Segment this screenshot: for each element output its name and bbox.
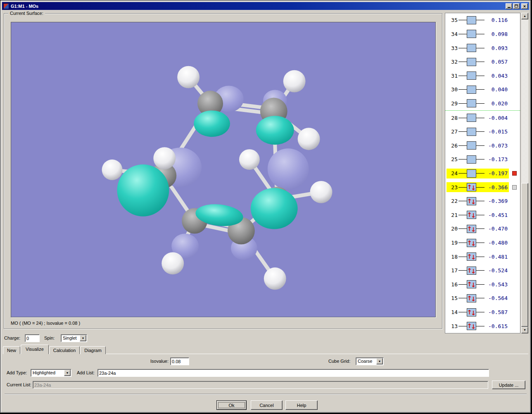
mo-row[interactable]: 14 ↑↓ -0.587 <box>445 305 520 319</box>
mo-row[interactable]: 22 ↑↓ -0.369 <box>445 194 520 208</box>
mo-orbital-box[interactable]: ↑↓ <box>467 211 476 219</box>
mo-orbital-box[interactable]: ↑↓ <box>467 71 476 80</box>
update-button[interactable]: Update ... <box>492 381 525 389</box>
mo-orbital-box[interactable]: ↑↓ <box>467 16 476 24</box>
minimize-button[interactable] <box>506 3 512 9</box>
maximize-button[interactable] <box>513 3 520 9</box>
current-list-field <box>33 381 488 389</box>
mo-orbital-box[interactable]: ↑↓ <box>467 128 476 136</box>
mo-orbital-box[interactable]: ↑↓ <box>467 266 476 275</box>
app-icon <box>3 3 9 9</box>
mo-energy-value: -0.369 <box>485 198 508 204</box>
mo-orbital-box[interactable]: ↑↓ <box>467 197 476 205</box>
mo-connector-line <box>476 257 484 257</box>
mo-connector-line <box>476 228 484 229</box>
mo-row[interactable]: 34 ↑↓ 0.098 <box>445 27 520 41</box>
tab-label: Calculation <box>53 348 76 353</box>
mo-number: 29 <box>448 100 458 107</box>
mo-orbital-box[interactable]: ↑↓ <box>467 252 476 261</box>
mo-orbital-box[interactable]: ↑↓ <box>467 99 476 107</box>
isovalue-input[interactable] <box>170 357 189 365</box>
mo-connector-line <box>458 326 467 326</box>
current-list-label: Current List: <box>7 381 31 389</box>
mo-orbital-box[interactable]: ↑↓ <box>467 155 476 164</box>
dropdown-arrow-icon[interactable]: ▼ <box>376 358 383 364</box>
close-button[interactable]: × <box>521 3 528 9</box>
scroll-down-button[interactable]: ▼ <box>521 327 528 333</box>
mo-row[interactable]: 13 ↑↓ -0.615 <box>445 319 520 333</box>
mo-row[interactable]: 25 ↑↓ -0.173 <box>445 152 520 167</box>
tab-visualize[interactable]: Visualize <box>21 345 49 354</box>
mo-row[interactable]: 29 ↑↓ 0.020 <box>445 97 520 111</box>
mo-list: 35 ↑↓ 0.116 34 ↑↓ 0.098 <box>445 13 520 333</box>
mo-connector-line <box>476 298 484 298</box>
cancel-button-label: Cancel <box>259 403 273 408</box>
mo-connector-line <box>458 76 467 76</box>
scroll-thumb[interactable] <box>521 183 528 327</box>
mo-orbital-box[interactable]: ↑↓ <box>467 169 476 178</box>
mo-orbital-box[interactable]: ↑↓ <box>467 86 476 94</box>
mo-orbital-box[interactable]: ↑↓ <box>467 114 476 122</box>
mo-connector-line <box>458 62 467 62</box>
mo-orbital-box[interactable]: ↑↓ <box>467 322 476 330</box>
mo-selection-marker <box>512 171 517 176</box>
tab-diagram[interactable]: Diagram <box>80 346 106 354</box>
mo-orbital-box[interactable]: ↑↓ <box>467 44 476 52</box>
mo-row[interactable]: 33 ↑↓ 0.093 <box>445 41 520 55</box>
dropdown-arrow-icon[interactable]: ▼ <box>64 370 71 376</box>
tab-new[interactable]: New <box>3 346 20 354</box>
ok-button[interactable]: Ok <box>216 400 247 410</box>
mo-energy-value: -0.015 <box>485 128 508 135</box>
mo-orbital-box[interactable]: ↑↓ <box>467 280 476 288</box>
mo-orbital-box[interactable]: ↑↓ <box>467 58 476 66</box>
mo-orbital-box[interactable]: ↑↓ <box>467 225 476 233</box>
mo-row[interactable]: 18 ↑↓ -0.481 <box>445 250 520 264</box>
titlebar[interactable]: G1:M1 - MOs × <box>2 2 529 10</box>
mo-orbital-box[interactable]: ↑↓ <box>467 30 476 38</box>
current-surface-label: Current Surface: <box>8 11 45 16</box>
mo-row[interactable]: 26 ↑↓ -0.073 <box>445 138 520 152</box>
add-type-select[interactable]: Highlighted ▼ <box>31 369 71 377</box>
mo-row[interactable]: 24 ↑↓ -0.197 <box>445 167 520 181</box>
charge-input[interactable] <box>25 334 40 342</box>
mo-orbital-box[interactable]: ↑↓ <box>467 294 476 302</box>
help-button[interactable]: Help <box>285 400 318 410</box>
cube-grid-select[interactable]: Coarse ▼ <box>356 357 384 365</box>
mo-orbital-box[interactable]: ↑↓ <box>467 239 476 247</box>
mo-row[interactable]: 27 ↑↓ -0.015 <box>445 125 520 139</box>
mo-row[interactable]: 21 ↑↓ -0.451 <box>445 208 520 222</box>
help-button-label: Help <box>297 403 306 408</box>
add-list-input[interactable] <box>97 369 489 377</box>
mo-connector-line <box>476 20 484 20</box>
mo-energy-value: -0.470 <box>485 226 508 232</box>
mo-row[interactable]: 32 ↑↓ 0.057 <box>445 55 520 69</box>
cancel-button[interactable]: Cancel <box>251 400 283 410</box>
mo-row[interactable]: 31 ↑↓ 0.043 <box>445 69 520 83</box>
mo-row[interactable]: 16 ↑↓ -0.543 <box>445 278 520 292</box>
mo-orbital-box[interactable]: ↑↓ <box>467 183 476 191</box>
charge-label: Charge: <box>4 334 20 342</box>
mo-row[interactable]: 15 ↑↓ -0.564 <box>445 291 520 305</box>
mo-row[interactable]: 35 ↑↓ 0.116 <box>445 13 520 27</box>
mo-energy-value: 0.020 <box>485 100 508 107</box>
mo-scrollbar[interactable]: ▲ ▼ <box>521 13 528 333</box>
mo-energy-value: -0.366 <box>485 184 508 190</box>
dropdown-arrow-icon[interactable]: ▼ <box>80 335 86 341</box>
scroll-up-button[interactable]: ▲ <box>521 13 528 19</box>
tab-calculation[interactable]: Calculation <box>49 346 80 354</box>
molecule-viewport[interactable] <box>11 22 436 317</box>
mo-row-main: 31 ↑↓ 0.043 <box>446 71 509 81</box>
mo-row[interactable]: 17 ↑↓ -0.524 <box>445 264 520 278</box>
electron-arrows-icon: ↑↓ <box>467 295 476 301</box>
mo-row[interactable]: 20 ↑↓ -0.470 <box>445 222 520 236</box>
mo-energy-value: -0.197 <box>485 170 508 176</box>
mo-orbital-box[interactable]: ↑↓ <box>467 141 476 150</box>
hydrogen-atom <box>102 159 123 180</box>
mo-row[interactable]: 19 ↑↓ -0.480 <box>445 236 520 250</box>
mo-row[interactable]: 28 ↑↓ -0.004 <box>445 111 520 125</box>
mo-orbital-box[interactable]: ↑↓ <box>467 308 476 316</box>
mo-row[interactable]: 30 ↑↓ 0.040 <box>445 83 520 97</box>
mo-connector-line <box>458 103 467 104</box>
mo-row[interactable]: 23 ↑↓ -0.366 <box>445 180 520 194</box>
spin-select[interactable]: Singlet ▼ <box>61 334 87 342</box>
